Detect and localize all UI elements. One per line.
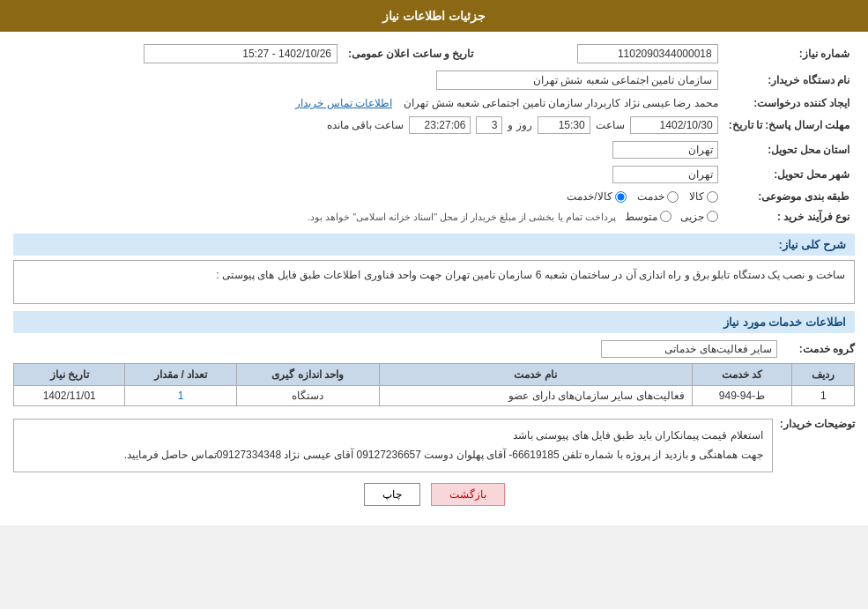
process-type-radio-jozii[interactable]: جزیی <box>680 211 718 223</box>
buyer-note-value: استعلام قیمت پیمانکاران باید طبق فایل ها… <box>13 419 773 472</box>
col-header-code: کد خدمت <box>692 364 792 386</box>
page-header: جزئیات اطلاعات نیاز <box>0 0 868 32</box>
contact-link[interactable]: اطلاعات تماس خریدار <box>295 97 392 109</box>
response-time-value: 15:30 <box>538 116 590 134</box>
service-group-value: سایر فعالیت‌های خدماتی <box>601 340 777 358</box>
col-header-row: ردیف <box>792 364 855 386</box>
print-button[interactable]: چاپ <box>364 483 420 506</box>
subject-label: طبقه بندی موضوعی: <box>723 187 855 206</box>
response-date-value: 1402/10/30 <box>630 116 718 134</box>
back-button[interactable]: بازگشت <box>431 483 505 506</box>
subject-radio-khedmat[interactable]: خدمت <box>637 190 679 203</box>
cell-date: 1402/11/01 <box>14 386 125 406</box>
col-header-unit: واحد اندازه گیری <box>236 364 379 386</box>
remaining-label: ساعت باقی مانده <box>327 119 404 131</box>
service-info-title: اطلاعات خدمات مورد نیاز <box>13 311 855 333</box>
cell-unit: دستگاه <box>236 386 379 406</box>
buyer-name-value: سازمان تامین اجتماعی شعبه شش تهران <box>436 71 718 90</box>
response-days-value: 3 <box>476 116 502 134</box>
service-group-label: گروه خدمت: <box>784 343 855 355</box>
process-type-radio-motavasset[interactable]: متوسط <box>625 211 671 223</box>
process-type1-label: جزیی <box>680 211 704 223</box>
buyer-note-label: توضیحات خریدار: <box>780 413 855 430</box>
delivery-province-label: استان محل تحویل: <box>723 137 855 162</box>
cell-row-num: 1 <box>792 386 855 406</box>
time-label: ساعت <box>596 119 625 131</box>
process-type2-label: متوسط <box>625 211 657 223</box>
need-number-label: شماره نیاز: <box>723 41 855 67</box>
subject-radio2-label: خدمت <box>637 190 664 203</box>
buyer-name-label: نام دستگاه خریدار: <box>723 67 855 93</box>
response-remaining-value: 23:27:06 <box>409 116 471 134</box>
description-section-title: شرح کلی نیاز: <box>13 234 855 256</box>
subject-radio-kala[interactable]: کالا <box>689 190 718 203</box>
services-table: ردیف کد خدمت نام خدمت واحد اندازه گیری ت… <box>13 363 855 406</box>
delivery-city-label: شهر محل تحویل: <box>723 162 855 187</box>
delivery-city-value: تهران <box>612 166 718 183</box>
subject-radio-kala-khedmat[interactable]: کالا/خدمت <box>567 190 626 203</box>
process-type-label: نوع فرآیند خرید : <box>723 206 855 227</box>
need-number-value: 1102090344000018 <box>577 44 718 63</box>
bottom-buttons: بازگشت چاپ <box>13 472 855 516</box>
page-title: جزئیات اطلاعات نیاز <box>382 9 486 23</box>
announcement-date-label: تاریخ و ساعت اعلان عمومی: <box>343 41 479 67</box>
table-row: 1 ط-94-949 فعالیت‌های سایر سازمان‌های دا… <box>14 386 855 406</box>
days-label: روز و <box>508 119 531 131</box>
announcement-date-value: 1402/10/26 - 15:27 <box>144 44 338 63</box>
subject-radio1-label: کالا <box>689 190 704 203</box>
creator-value: محمد رضا عیسی نژاد کاربردار سازمان تامین… <box>404 97 717 109</box>
cell-service-code: ط-94-949 <box>692 386 792 406</box>
subject-radio3-label: کالا/خدمت <box>567 190 612 203</box>
delivery-province-value: تهران <box>612 141 718 159</box>
col-header-qty: تعداد / مقدار <box>125 364 236 386</box>
col-header-name: نام خدمت <box>379 364 692 386</box>
response-deadline-label: مهلت ارسال پاسخ: تا تاریخ: <box>723 113 855 137</box>
cell-quantity: 1 <box>125 386 236 406</box>
creator-label: ایجاد کننده درخواست: <box>723 93 855 113</box>
description-value: ساخت و نصب یک دستگاه تابلو برق و راه اند… <box>13 260 855 304</box>
col-header-date: تاریخ نیاز <box>14 364 125 386</box>
cell-service-name: فعالیت‌های سایر سازمان‌های دارای عضو <box>379 386 692 406</box>
process-note: پرداخت تمام یا بخشی از مبلغ خریدار از مح… <box>308 212 616 223</box>
